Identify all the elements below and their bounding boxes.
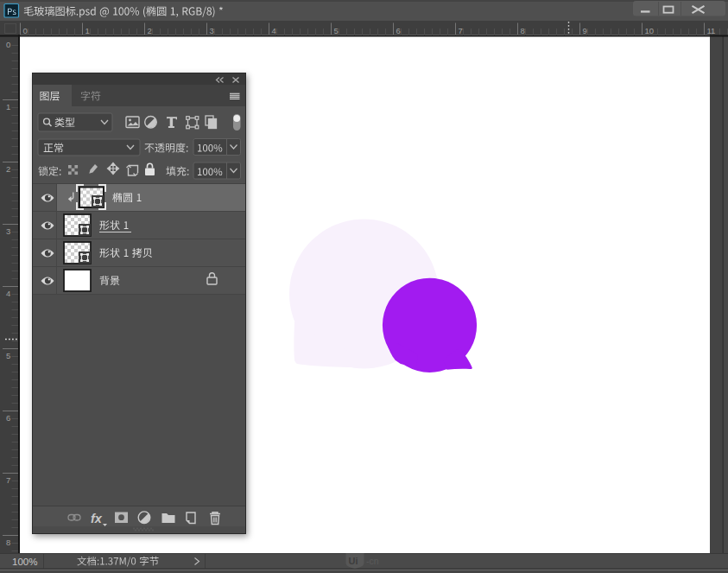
svg-text:11: 11 xyxy=(707,26,716,35)
svg-text:8: 8 xyxy=(521,26,525,35)
svg-text:0: 0 xyxy=(23,26,28,35)
svg-text:1: 1 xyxy=(6,102,10,111)
svg-text:fx: fx xyxy=(91,512,103,525)
svg-text:6: 6 xyxy=(6,413,10,423)
svg-text:7: 7 xyxy=(6,475,10,485)
svg-text:1: 1 xyxy=(85,26,90,35)
svg-text:2: 2 xyxy=(148,26,152,35)
svg-text:4: 4 xyxy=(272,26,276,35)
svg-text:8: 8 xyxy=(6,538,10,547)
svg-text:100%: 100% xyxy=(12,557,37,567)
svg-text:4: 4 xyxy=(6,289,10,298)
svg-text:Ui: Ui xyxy=(349,556,358,566)
svg-text:10: 10 xyxy=(645,26,655,35)
svg-text:6: 6 xyxy=(396,26,401,35)
svg-text:2: 2 xyxy=(6,164,10,174)
svg-text:0: 0 xyxy=(6,40,10,49)
svg-text:5: 5 xyxy=(6,351,10,360)
svg-text:3: 3 xyxy=(210,26,214,35)
svg-text:3: 3 xyxy=(6,226,10,236)
svg-text:-cn: -cn xyxy=(366,556,379,566)
svg-text:7: 7 xyxy=(459,26,463,35)
svg-text:5: 5 xyxy=(334,26,339,35)
svg-text:9: 9 xyxy=(583,26,587,35)
